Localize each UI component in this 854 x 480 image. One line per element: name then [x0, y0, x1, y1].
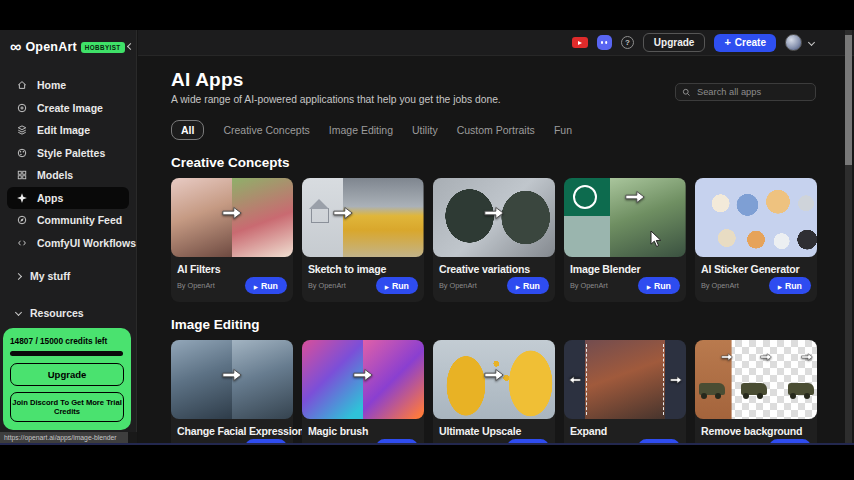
- app-card-ultimate-upscale[interactable]: Ultimate Upscale By OpenArt Run: [433, 340, 555, 445]
- app-card-ai-filters[interactable]: AI Filters By OpenArt Run: [171, 178, 293, 302]
- sidebar-item-community-feed[interactable]: Community Feed: [7, 209, 129, 232]
- app-card-expand[interactable]: Expand By OpenArt Run: [564, 340, 686, 445]
- app-thumbnail: [695, 178, 817, 257]
- run-label: Run: [392, 281, 409, 291]
- play-icon: [385, 281, 389, 291]
- play-icon: [516, 443, 520, 446]
- app-thumbnail: [302, 178, 424, 257]
- app-author: By OpenArt: [308, 443, 346, 445]
- app-title: Magic brush: [308, 425, 418, 437]
- run-button[interactable]: Run: [507, 277, 549, 294]
- sidebar-item-models[interactable]: Models: [7, 164, 129, 187]
- scrollbar-thumb[interactable]: [845, 35, 852, 165]
- credits-progress-fill: [10, 351, 123, 356]
- app-thumbnail: [171, 178, 293, 257]
- app-thumbnail: [564, 340, 686, 419]
- run-label: Run: [654, 443, 671, 446]
- header-upgrade-button[interactable]: Upgrade: [643, 33, 706, 52]
- run-button[interactable]: Run: [638, 277, 680, 294]
- transform-arrow-icon: [759, 353, 772, 362]
- app-title: Sketch to image: [308, 263, 418, 275]
- mouse-cursor: [650, 230, 663, 248]
- sidebar-item-home[interactable]: Home: [7, 74, 129, 97]
- transform-arrow-icon: [352, 367, 374, 382]
- app-thumbnail: [433, 178, 555, 257]
- youtube-icon[interactable]: [572, 37, 588, 48]
- top-bar: Upgrade Create: [138, 30, 854, 56]
- scrollbar[interactable]: [845, 30, 852, 443]
- app-title: AI Filters: [177, 263, 287, 275]
- help-icon[interactable]: [621, 36, 634, 49]
- app-card-change-facial-expression[interactable]: Change Facial Expression By OpenArt Run: [171, 340, 293, 445]
- sidebar-item-label: Models: [37, 169, 73, 181]
- app-title: Ultimate Upscale: [439, 425, 549, 437]
- main-content: AI Apps A wide range of AI-powered appli…: [171, 56, 854, 445]
- app-name: OpenArt: [25, 40, 76, 54]
- sidebar-item-style-palettes[interactable]: Style Palettes: [7, 142, 129, 165]
- create-button[interactable]: Create: [714, 34, 776, 52]
- sidebar-item-comfyui-workflows[interactable]: ComfyUI Workflows: [7, 232, 129, 255]
- tab-creative-concepts[interactable]: Creative Concepts: [223, 124, 309, 136]
- run-button[interactable]: Run: [769, 277, 811, 294]
- app-card-magic-brush[interactable]: Magic brush By OpenArt Run: [302, 340, 424, 445]
- tab-fun[interactable]: Fun: [554, 124, 572, 136]
- join-discord-button[interactable]: Join Discord To Get More Trial Credits: [10, 392, 124, 422]
- transform-arrow-icon: [720, 353, 733, 362]
- expand-right-arrow-icon: [670, 375, 683, 384]
- avatar[interactable]: [785, 34, 802, 51]
- sidebar-item-create-image[interactable]: Create Image: [7, 97, 129, 120]
- play-icon: [647, 281, 651, 291]
- status-url: https://openart.ai/apps/image-blender: [0, 432, 128, 443]
- plus-icon: [724, 37, 730, 48]
- page-subtitle: A wide range of AI-powered applications …: [171, 94, 854, 105]
- sidebar-item-label: Create Image: [37, 102, 103, 114]
- sidebar-item-resources[interactable]: Resources: [7, 302, 129, 325]
- credits-panel: 14807 / 15000 credits left Upgrade Join …: [3, 328, 131, 430]
- discord-icon[interactable]: [597, 35, 612, 50]
- transform-arrow-icon: [624, 189, 646, 204]
- run-label: Run: [785, 443, 802, 446]
- app-card-creative-variations[interactable]: Creative variations By OpenArt Run: [433, 178, 555, 302]
- app-author: By OpenArt: [308, 281, 346, 290]
- app-author: By OpenArt: [439, 443, 477, 445]
- app-card-ai-sticker-generator[interactable]: AI Sticker Generator By OpenArt Run: [695, 178, 817, 302]
- account-chevron-down-icon[interactable]: [808, 39, 815, 46]
- sidebar-item-label: Community Feed: [37, 214, 122, 226]
- run-label: Run: [392, 443, 409, 446]
- run-label: Run: [261, 443, 278, 446]
- tab-utility[interactable]: Utility: [412, 124, 438, 136]
- sidebar-item-apps[interactable]: Apps: [7, 187, 129, 210]
- sidebar-item-my-stuff[interactable]: My stuff: [7, 265, 129, 288]
- openart-logo-icon: [10, 38, 21, 56]
- app-author: By OpenArt: [570, 443, 608, 445]
- run-button[interactable]: Run: [245, 439, 287, 445]
- sidebar-collapse-icon[interactable]: [127, 43, 134, 50]
- transform-arrow-icon: [483, 367, 505, 382]
- play-icon: [647, 443, 651, 446]
- tab-image-editing[interactable]: Image Editing: [329, 124, 393, 136]
- run-button[interactable]: Run: [376, 439, 418, 445]
- run-button[interactable]: Run: [769, 439, 811, 445]
- statusbar-grip: [128, 432, 137, 443]
- run-button[interactable]: Run: [638, 439, 680, 445]
- app-author: By OpenArt: [439, 281, 477, 290]
- logo-row: OpenArt HOBBYIST: [0, 30, 136, 64]
- tab-all[interactable]: All: [171, 120, 204, 140]
- app-card-remove-background[interactable]: Remove background By OpenArt Run: [695, 340, 817, 445]
- expand-left-arrow-icon: [568, 375, 581, 384]
- section-heading-creative-concepts: Creative Concepts: [171, 155, 854, 170]
- transform-arrow-icon: [221, 205, 243, 220]
- app-card-sketch-to-image[interactable]: Sketch to image By OpenArt Run: [302, 178, 424, 302]
- run-button[interactable]: Run: [507, 439, 549, 445]
- tab-custom-portraits[interactable]: Custom Portraits: [457, 124, 535, 136]
- app-author: By OpenArt: [701, 443, 739, 445]
- run-button[interactable]: Run: [376, 277, 418, 294]
- play-icon: [254, 281, 258, 291]
- play-icon: [385, 443, 389, 446]
- app-title: Remove background: [701, 425, 811, 437]
- app-card-image-blender[interactable]: Image Blender By OpenArt Run: [564, 178, 686, 302]
- run-button[interactable]: Run: [245, 277, 287, 294]
- run-label: Run: [523, 281, 540, 291]
- upgrade-button[interactable]: Upgrade: [10, 363, 124, 386]
- sidebar-item-edit-image[interactable]: Edit Image: [7, 119, 129, 142]
